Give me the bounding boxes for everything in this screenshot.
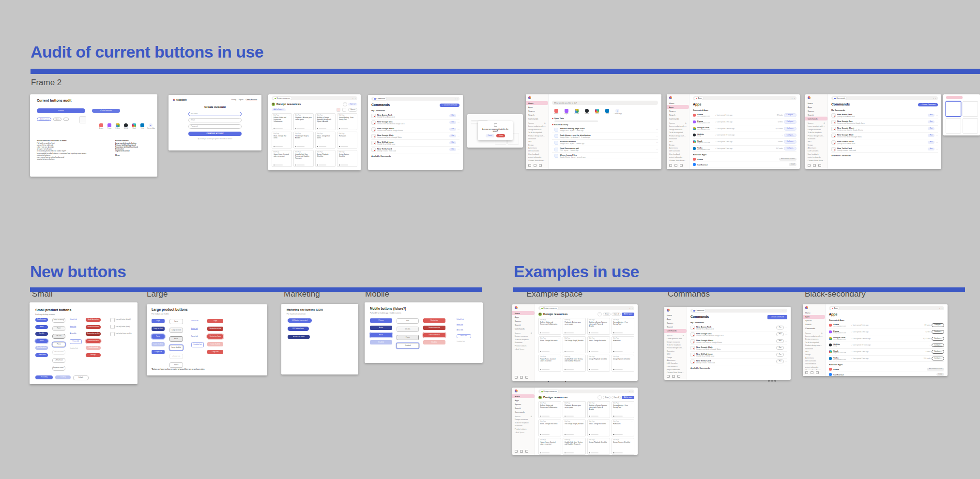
more-icon: ⋯ xyxy=(354,151,356,153)
nav-arrows-icon: ‹ › xyxy=(352,97,356,100)
thumb-commands-sidebar[interactable]: HomeAppsSpacesSearchCommands Spaces⚙ Lor… xyxy=(805,94,941,169)
card-domain xyxy=(589,351,598,352)
card-kind-row: Web Page⋯ xyxy=(565,421,584,422)
app-icon xyxy=(693,127,696,130)
resource-card: Web Page⋯ Ideas - Design that works xyxy=(315,132,336,149)
card-kind: Web Page xyxy=(295,115,301,116)
help-icon xyxy=(813,164,816,167)
resource-card: Web Page⋯ Muse - Design that works xyxy=(538,419,561,436)
section-title-audit[interactable]: Audit of current buttons in use xyxy=(31,43,263,61)
command-row: New Trello Card Quickly create a Trello … xyxy=(690,359,787,365)
open-tabs-header: Open Tabs xyxy=(552,117,658,120)
small-destructive-column: Small destructiveDestructive hoverDestru… xyxy=(86,318,101,360)
frame-example-space[interactable]: HomeAppsSpacesSearchCommands Spaces⚙ Des… xyxy=(512,304,638,381)
signup-input: Password xyxy=(188,124,242,129)
sync-status: ✓ Last synced 4 min ago xyxy=(851,331,918,333)
frame-commands-example[interactable]: HomeAppsSpacesSearchCommands Spaces⚙ Lor… xyxy=(664,307,791,380)
button-sample: On click xyxy=(35,332,48,336)
frame-mobile-buttons[interactable]: Mobile buttons (future?) Full width for … xyxy=(365,302,483,363)
app-icon-label: GitHub xyxy=(122,128,129,129)
command-desc: Create a new sheet in Google Sheets xyxy=(696,342,775,344)
delete-button: Delete xyxy=(496,134,505,137)
sidebar-spaces: Lorem products with s…Design resourcesTo… xyxy=(805,125,827,162)
frame-black-secondary[interactable]: HomeAppsSpacesSearchCommands Spaces⚙ Lor… xyxy=(803,304,948,376)
thumb-delete-modal[interactable]: Are you sure you want to delete the spac… xyxy=(467,114,523,148)
browser-tab: Commands xyxy=(692,309,705,312)
connected-apps-list: Asana me@stapdash.com ✓ Last synced 5 mi… xyxy=(693,112,796,152)
app-row: Slack stapdash.slack.com ✓ Last synced 3… xyxy=(829,349,944,356)
sidebar-nav-item: Spaces xyxy=(526,109,548,113)
slapdash-logo-icon xyxy=(805,306,808,309)
section-title-examples[interactable]: Examples in use xyxy=(514,262,639,281)
slapdash-logo-icon xyxy=(808,96,811,99)
card-title: UsabilityHub: User Testing and Usability… xyxy=(565,441,584,445)
command-icon xyxy=(371,114,376,118)
section-dot-icon xyxy=(552,124,553,125)
more-icon: ⋯ xyxy=(582,356,584,358)
card-domain xyxy=(613,434,623,435)
command-list: New Asana Task Quickly file an Asana tas… xyxy=(831,112,938,153)
button-sample: + Small icon xyxy=(35,353,48,357)
app-stat: 89 tasks xyxy=(919,324,930,326)
app-icon-label: G Drive xyxy=(114,128,121,129)
page-header: Apps xyxy=(693,103,796,107)
activity-meta: Google Docs · by me · 3 weeks ago xyxy=(560,143,655,145)
resource-card: Web Page⋯ Ideas - Design that works xyxy=(587,419,610,436)
nav-link: Create Account xyxy=(246,99,257,101)
resource-card: Web Page⋯ Building a Design Systems Libr… xyxy=(315,113,336,130)
command-row: New Asana Task Quickly file an Asana tas… xyxy=(831,112,938,119)
sidebar-spaces: Lorem products with s…Design resourcesTo… xyxy=(664,337,687,374)
gear-icon: ⚙ xyxy=(544,122,546,124)
button-sample: Destructive active xyxy=(423,326,445,330)
button-sample: Large disabled xyxy=(152,342,165,346)
frame-small-buttons[interactable]: Small product buttons For busy desktop s… xyxy=(30,302,138,384)
more-icon: ⋯ xyxy=(597,312,602,316)
card-kind-row: Web Page⋯ xyxy=(565,338,584,339)
thumb-design-resources[interactable]: Design resources ‹ › Design resources ⋯ … xyxy=(268,94,361,170)
mini-sidebar: HomeAppsSpacesSearchCommands Spaces⚙ Lor… xyxy=(667,94,689,169)
card-kind-row: Web Page⋯ xyxy=(339,151,356,153)
more-icon: ⋯ xyxy=(785,340,787,343)
resources-actions: ⋯ Share Open all Add to space xyxy=(597,312,634,316)
command-desc: Create a new document in Google Docs xyxy=(696,335,775,337)
sidebar-nav-item: Commands xyxy=(512,410,535,414)
sidebar-spaces: Design resourcesTo do for stapdashIllust… xyxy=(512,335,535,347)
link-sample: Focus link xyxy=(191,334,204,339)
link-sample: Disabled link xyxy=(191,342,204,347)
add-space-link: + Add Space xyxy=(512,347,535,351)
sidebar-nav: HomeAppsSpacesSearchCommands xyxy=(805,101,827,120)
cut-card-grid xyxy=(946,101,978,134)
thumb-home[interactable]: HomeAppsSpacesSearchCommands Spaces⚙ Lor… xyxy=(526,94,661,169)
card-kind-row: Web Page⋯ xyxy=(295,115,312,116)
sidebar-nav-item: Apps xyxy=(512,315,535,319)
spaces-header: Spaces xyxy=(667,335,673,337)
more-icon: ⋯ xyxy=(333,115,334,116)
app-icon-label: Trello xyxy=(139,128,146,129)
card-title: The Design Graph | Airtable xyxy=(565,340,584,342)
thumb-cut-off[interactable] xyxy=(943,94,980,135)
app-row: Slack stapdash.slack.com ✓ Last synced 3… xyxy=(693,139,796,146)
card-domain xyxy=(565,369,574,371)
frame-marketing-buttons[interactable]: Marketing site buttons (LDX) For maximum… xyxy=(281,304,358,374)
thumb-apps[interactable]: HomeAppsSpacesSearchCommands Spaces⚙ Lor… xyxy=(667,94,800,169)
command-desc: Quickly file a GitHub issue xyxy=(377,143,448,145)
thumb-create-account[interactable]: slapdash PricingSign inCreate Account Cr… xyxy=(168,95,261,150)
section-title-new-buttons[interactable]: New buttons xyxy=(30,262,126,281)
section-label: My Commands xyxy=(831,109,938,111)
activity-meta: Google Slides · by Andrew C. · 2 weeks a… xyxy=(560,136,655,138)
frame-label-frame2[interactable]: Frame 2 xyxy=(31,78,61,88)
thumb-commands[interactable]: Commands ‹ › Commands + Create Command M… xyxy=(368,95,463,170)
app-icon-cell: Asana xyxy=(98,123,105,129)
frame-large-buttons[interactable]: Large product buttons For modals and mob… xyxy=(147,304,267,375)
frame-example-space-2[interactable]: HomeAppsSpacesSearchCommands Spaces⚙ Des… xyxy=(512,388,638,455)
link-sample: Focus link xyxy=(70,339,82,344)
button-sample: Destroy? xyxy=(86,353,101,357)
activity-meta: Google Sheets · by me · a month ago xyxy=(560,156,655,158)
run-button: Run xyxy=(449,135,456,137)
thumb-current-buttons-audit[interactable]: Current buttons audit Extend + Invite te… xyxy=(30,94,157,177)
space-item: Chrome Store Examples xyxy=(526,159,548,162)
card-domain xyxy=(565,416,574,417)
slapdash-logo-icon xyxy=(528,96,531,99)
link-sample: Active link xyxy=(70,332,82,336)
app-icon xyxy=(605,109,609,113)
